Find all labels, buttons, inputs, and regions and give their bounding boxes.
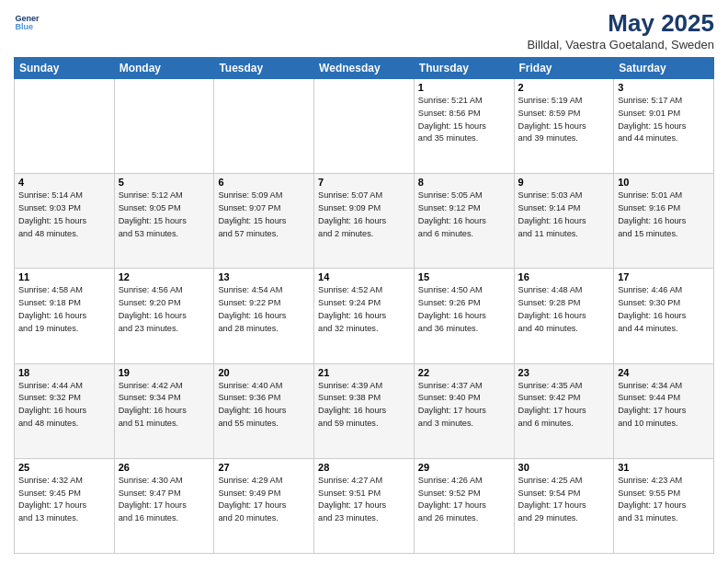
svg-text:Blue: Blue <box>15 22 33 31</box>
day-info: Sunrise: 4:54 AMSunset: 9:22 PMDaylight:… <box>218 284 310 335</box>
day-number: 14 <box>318 271 410 282</box>
table-row: 1Sunrise: 5:21 AMSunset: 8:56 PMDaylight… <box>414 79 514 174</box>
table-row: 20Sunrise: 4:40 AMSunset: 9:36 PMDayligh… <box>214 363 314 458</box>
day-number: 29 <box>418 462 510 473</box>
day-info: Sunrise: 4:48 AMSunset: 9:28 PMDaylight:… <box>518 284 610 335</box>
day-number: 21 <box>318 367 410 378</box>
table-row: 4Sunrise: 5:14 AMSunset: 9:03 PMDaylight… <box>15 174 115 269</box>
col-sunday: Sunday <box>15 58 115 79</box>
table-row: 15Sunrise: 4:50 AMSunset: 9:26 PMDayligh… <box>414 269 514 363</box>
table-row: 18Sunrise: 4:44 AMSunset: 9:32 PMDayligh… <box>15 363 115 458</box>
day-info: Sunrise: 5:05 AMSunset: 9:12 PMDaylight:… <box>418 190 510 240</box>
col-saturday: Saturday <box>614 58 714 79</box>
table-row: 25Sunrise: 4:32 AMSunset: 9:45 PMDayligh… <box>15 458 115 553</box>
day-info: Sunrise: 5:07 AMSunset: 9:09 PMDaylight:… <box>318 190 410 240</box>
main-title: May 2025 <box>527 9 714 38</box>
day-info: Sunrise: 4:35 AMSunset: 9:42 PMDaylight:… <box>518 380 610 431</box>
day-number: 12 <box>119 271 210 282</box>
day-info: Sunrise: 4:29 AMSunset: 9:49 PMDaylight:… <box>218 475 310 525</box>
day-info: Sunrise: 4:50 AMSunset: 9:26 PMDaylight:… <box>418 284 510 335</box>
table-row: 30Sunrise: 4:25 AMSunset: 9:54 PMDayligh… <box>514 458 614 553</box>
day-number: 18 <box>18 367 110 378</box>
table-row: 17Sunrise: 4:46 AMSunset: 9:30 PMDayligh… <box>614 269 714 363</box>
table-row: 16Sunrise: 4:48 AMSunset: 9:28 PMDayligh… <box>514 269 614 363</box>
calendar: Sunday Monday Tuesday Wednesday Thursday… <box>14 57 714 554</box>
day-number: 24 <box>618 367 710 378</box>
day-number: 30 <box>518 462 610 473</box>
day-number: 10 <box>618 177 710 188</box>
subtitle: Billdal, Vaestra Goetaland, Sweden <box>527 38 714 52</box>
day-info: Sunrise: 5:17 AMSunset: 9:01 PMDaylight:… <box>618 95 710 145</box>
table-row: 19Sunrise: 4:42 AMSunset: 9:34 PMDayligh… <box>114 363 214 458</box>
day-info: Sunrise: 4:46 AMSunset: 9:30 PMDaylight:… <box>618 284 710 335</box>
day-number: 16 <box>518 271 610 282</box>
day-number: 26 <box>119 462 210 473</box>
col-wednesday: Wednesday <box>314 58 415 79</box>
logo-icon: General Blue <box>14 9 40 35</box>
table-row: 28Sunrise: 4:27 AMSunset: 9:51 PMDayligh… <box>314 458 415 553</box>
table-row: 6Sunrise: 5:09 AMSunset: 9:07 PMDaylight… <box>214 174 314 269</box>
day-info: Sunrise: 5:01 AMSunset: 9:16 PMDaylight:… <box>618 190 710 240</box>
day-info: Sunrise: 5:12 AMSunset: 9:05 PMDaylight:… <box>119 190 210 240</box>
day-number: 13 <box>218 271 310 282</box>
col-monday: Monday <box>114 58 214 79</box>
day-number: 4 <box>18 177 110 188</box>
day-number: 2 <box>518 82 610 93</box>
table-row <box>214 79 314 174</box>
title-block: May 2025 Billdal, Vaestra Goetaland, Swe… <box>527 9 714 52</box>
day-number: 1 <box>418 82 510 93</box>
day-info: Sunrise: 5:09 AMSunset: 9:07 PMDaylight:… <box>218 190 310 240</box>
table-row: 29Sunrise: 4:26 AMSunset: 9:52 PMDayligh… <box>414 458 514 553</box>
table-row: 11Sunrise: 4:58 AMSunset: 9:18 PMDayligh… <box>15 269 115 363</box>
day-info: Sunrise: 5:21 AMSunset: 8:56 PMDaylight:… <box>418 95 510 145</box>
day-number: 6 <box>218 177 310 188</box>
day-info: Sunrise: 5:03 AMSunset: 9:14 PMDaylight:… <box>518 190 610 240</box>
day-info: Sunrise: 4:34 AMSunset: 9:44 PMDaylight:… <box>618 380 710 431</box>
table-row: 21Sunrise: 4:39 AMSunset: 9:38 PMDayligh… <box>314 363 415 458</box>
day-number: 9 <box>518 177 610 188</box>
day-number: 20 <box>218 367 310 378</box>
day-number: 7 <box>318 177 410 188</box>
table-row: 14Sunrise: 4:52 AMSunset: 9:24 PMDayligh… <box>314 269 415 363</box>
day-info: Sunrise: 4:32 AMSunset: 9:45 PMDaylight:… <box>18 475 110 525</box>
day-number: 19 <box>119 367 210 378</box>
day-number: 25 <box>18 462 110 473</box>
table-row <box>314 79 415 174</box>
day-info: Sunrise: 4:26 AMSunset: 9:52 PMDaylight:… <box>418 475 510 525</box>
day-info: Sunrise: 5:14 AMSunset: 9:03 PMDaylight:… <box>18 190 110 240</box>
table-row <box>114 79 214 174</box>
day-number: 22 <box>418 367 510 378</box>
day-info: Sunrise: 5:19 AMSunset: 8:59 PMDaylight:… <box>518 95 610 145</box>
table-row: 22Sunrise: 4:37 AMSunset: 9:40 PMDayligh… <box>414 363 514 458</box>
table-row: 12Sunrise: 4:56 AMSunset: 9:20 PMDayligh… <box>114 269 214 363</box>
table-row: 8Sunrise: 5:05 AMSunset: 9:12 PMDaylight… <box>414 174 514 269</box>
day-number: 23 <box>518 367 610 378</box>
calendar-header-row: Sunday Monday Tuesday Wednesday Thursday… <box>15 58 714 79</box>
day-number: 8 <box>418 177 510 188</box>
day-info: Sunrise: 4:30 AMSunset: 9:47 PMDaylight:… <box>119 475 210 525</box>
day-info: Sunrise: 4:56 AMSunset: 9:20 PMDaylight:… <box>119 284 210 335</box>
day-number: 28 <box>318 462 410 473</box>
table-row: 7Sunrise: 5:07 AMSunset: 9:09 PMDaylight… <box>314 174 415 269</box>
table-row: 9Sunrise: 5:03 AMSunset: 9:14 PMDaylight… <box>514 174 614 269</box>
day-info: Sunrise: 4:42 AMSunset: 9:34 PMDaylight:… <box>119 380 210 431</box>
day-number: 15 <box>418 271 510 282</box>
col-tuesday: Tuesday <box>214 58 314 79</box>
table-row: 5Sunrise: 5:12 AMSunset: 9:05 PMDaylight… <box>114 174 214 269</box>
table-row: 26Sunrise: 4:30 AMSunset: 9:47 PMDayligh… <box>114 458 214 553</box>
col-thursday: Thursday <box>414 58 514 79</box>
day-info: Sunrise: 4:40 AMSunset: 9:36 PMDaylight:… <box>218 380 310 431</box>
table-row: 23Sunrise: 4:35 AMSunset: 9:42 PMDayligh… <box>514 363 614 458</box>
day-number: 5 <box>119 177 210 188</box>
header: General Blue May 2025 Billdal, Vaestra G… <box>14 9 714 52</box>
page: General Blue May 2025 Billdal, Vaestra G… <box>0 0 728 563</box>
day-info: Sunrise: 4:27 AMSunset: 9:51 PMDaylight:… <box>318 475 410 525</box>
svg-text:General: General <box>15 14 40 23</box>
day-info: Sunrise: 4:39 AMSunset: 9:38 PMDaylight:… <box>318 380 410 431</box>
day-info: Sunrise: 4:25 AMSunset: 9:54 PMDaylight:… <box>518 475 610 525</box>
day-number: 3 <box>618 82 710 93</box>
table-row: 24Sunrise: 4:34 AMSunset: 9:44 PMDayligh… <box>614 363 714 458</box>
day-info: Sunrise: 4:58 AMSunset: 9:18 PMDaylight:… <box>18 284 110 335</box>
day-info: Sunrise: 4:37 AMSunset: 9:40 PMDaylight:… <box>418 380 510 431</box>
col-friday: Friday <box>514 58 614 79</box>
